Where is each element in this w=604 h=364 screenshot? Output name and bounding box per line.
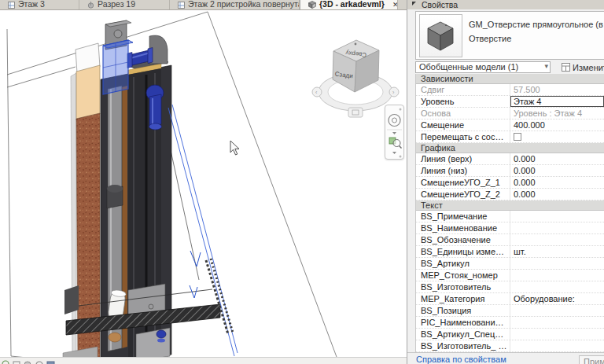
property-row: Сдвиг57.500: [416, 84, 604, 96]
property-value[interactable]: шт.: [510, 246, 604, 257]
property-row: УровеньЭтаж 4: [416, 96, 604, 108]
tab-label: Этаж 3: [18, 0, 45, 9]
illegible-annotation-text: [206, 260, 228, 334]
3d-view-icon: [308, 1, 316, 9]
property-value[interactable]: Этаж 4: [510, 96, 604, 107]
property-row: ОсноваУровень : Этаж 4: [416, 108, 604, 119]
property-row: BS_Изготовитель: [416, 281, 604, 293]
property-value[interactable]: [510, 270, 604, 281]
property-label: BS_Изготовитель_ Спец...: [416, 340, 510, 351]
property-row: PIC_Наименование_по_...: [416, 317, 604, 329]
property-value[interactable]: 0.000: [510, 165, 604, 176]
element-filter-combobox[interactable]: Обобщенные модели (1) ▾: [415, 61, 551, 73]
dock-arrow-icon: [412, 2, 416, 6]
wall-layers: [63, 43, 100, 358]
edit-type-label: Изменить: [573, 63, 604, 72]
property-row: BS_Примечание: [416, 211, 604, 222]
property-label: BS_Артикул_Специфика...: [416, 329, 510, 340]
property-label: MEP_Стояк_номер: [416, 270, 510, 281]
property-value[interactable]: [510, 131, 604, 142]
tab-floor-plan-3[interactable]: Этаж 3: [0, 0, 79, 9]
properties-help-link[interactable]: Справка по свойствам: [416, 355, 506, 364]
properties-palette: Свойства GM_Отверстие прямоугольное (в п…: [407, 0, 604, 364]
3d-model-drawing: ‹ › Сверху Сзади: [0, 10, 407, 358]
section-header[interactable]: Текст: [416, 200, 604, 211]
type-family: Отверстие: [469, 34, 511, 43]
palette-footer: Справка по свойствам Применить: [407, 352, 604, 364]
tab-label: {3D - arkadevml}: [319, 0, 385, 9]
floor-plan-icon: [178, 2, 185, 9]
property-row: Смещение400.000: [416, 119, 604, 131]
viewcube-home-icon: [348, 108, 363, 117]
property-row: Линия (верх)0.000: [416, 153, 604, 165]
property-value[interactable]: [510, 317, 604, 328]
property-value[interactable]: Оборудование:: [510, 293, 604, 304]
property-row: BS_Артикул: [416, 258, 604, 270]
property-value[interactable]: 400.000: [510, 119, 604, 131]
tab-3d-view-active[interactable]: {3D - arkadevml} ✕: [300, 0, 398, 9]
property-label: BS_Изготовитель: [416, 281, 510, 292]
property-row: Линия (низ)0.000: [416, 165, 604, 177]
section-header[interactable]: Графика: [416, 143, 604, 153]
property-row: BS_Изготовитель_ Спец...: [416, 340, 604, 352]
filter-selected-value: Обобщенные модели (1): [419, 62, 518, 72]
insulation-layer: [76, 65, 100, 120]
property-label: Основа: [416, 108, 510, 119]
property-label: BS_Артикул: [416, 258, 510, 269]
view-control-bar[interactable]: [0, 357, 407, 364]
navigation-bar[interactable]: [385, 105, 404, 160]
scale-icon: [2, 361, 9, 364]
edit-type-button[interactable]: Изменить: [562, 61, 604, 73]
property-label: Сдвиг: [416, 84, 510, 95]
type-thumbnail: [419, 14, 462, 57]
close-tab-icon[interactable]: ✕: [392, 1, 398, 9]
property-label: СмещениеУГО_Z_2: [416, 189, 510, 200]
property-label: BS_Примечание: [416, 211, 510, 222]
property-value[interactable]: [510, 329, 604, 340]
floor-plan-icon: [8, 2, 15, 9]
apply-button[interactable]: Применить: [579, 355, 604, 364]
chevron-down-icon: ▾: [544, 61, 548, 72]
drawing-canvas-3d-view[interactable]: ‹ › Сверху Сзади: [0, 9, 407, 357]
property-value[interactable]: [510, 222, 604, 233]
property-value[interactable]: 0.000: [510, 177, 604, 188]
property-row: BS_Позиция: [416, 305, 604, 317]
property-value[interactable]: Уровень : Этаж 4: [510, 108, 604, 119]
property-label: BS_Обозначение: [416, 234, 510, 245]
chevron-down-icon: [392, 152, 396, 154]
property-value[interactable]: [510, 258, 604, 269]
cube-icon: [420, 15, 462, 57]
property-label: MEP_Категория: [416, 293, 510, 304]
property-value[interactable]: [510, 340, 604, 351]
section-box-wireframe: [7, 12, 337, 358]
checkbox-unchecked[interactable]: [514, 133, 521, 141]
property-value[interactable]: [510, 281, 604, 292]
property-label: BS_Наименование: [416, 222, 510, 233]
property-row: MEP_КатегорияОборудование:: [416, 293, 604, 305]
property-row: BS_Обозначение: [416, 234, 604, 246]
property-row: СмещениеУГО_Z_20.000: [416, 189, 604, 200]
section-header[interactable]: Зависимости: [416, 74, 604, 84]
property-label: Линия (низ): [416, 165, 510, 176]
property-value[interactable]: [510, 211, 604, 222]
palette-title: Свойства: [422, 0, 458, 9]
tab-floor-plan-2[interactable]: Этаж 2 пристройка повернута: [170, 0, 300, 9]
selected-opening-element[interactable]: [103, 40, 133, 94]
type-selector-preview[interactable]: GM_Отверстие прямоугольное (в плите) Отв…: [415, 11, 604, 60]
tab-label: Разрез 19: [98, 0, 135, 9]
property-label: Линия (верх): [416, 153, 510, 164]
property-row: BS_Артикул_Специфика...: [416, 329, 604, 340]
property-value[interactable]: [510, 305, 604, 316]
property-value[interactable]: 0.000: [510, 153, 604, 164]
revit-window: Этаж 3 Разрез 19 Этаж 2 пристройка повер…: [0, 0, 604, 364]
tab-section-19[interactable]: Разрез 19: [79, 0, 170, 9]
property-value[interactable]: [510, 234, 604, 245]
tab-label: Этаж 2 пристройка повернута: [188, 0, 300, 9]
property-label: СмещениеУГО_Z_1: [416, 177, 510, 188]
chevron-down-icon: [392, 132, 396, 134]
property-row: Перемещать с соседни...: [416, 131, 604, 143]
palette-caption[interactable]: Свойства: [407, 0, 604, 9]
property-value[interactable]: 0.000: [510, 189, 604, 200]
property-label: BS_Единицы измерения: [416, 246, 510, 257]
property-value[interactable]: 57.500: [510, 84, 604, 95]
